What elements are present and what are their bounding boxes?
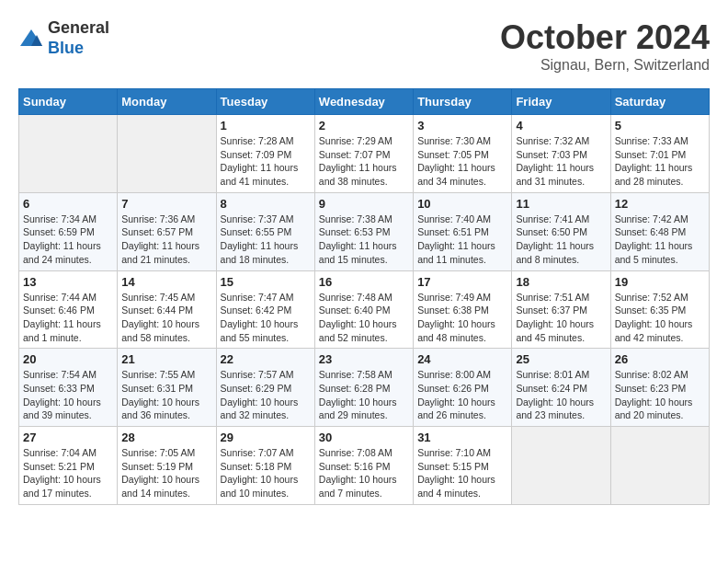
calendar-week-1: 1Sunrise: 7:28 AMSunset: 7:09 PMDaylight… — [19, 115, 710, 193]
day-number: 19 — [615, 275, 705, 289]
calendar-week-5: 27Sunrise: 7:04 AMSunset: 5:21 PMDayligh… — [19, 427, 710, 505]
day-number: 17 — [417, 275, 507, 289]
day-info: Sunrise: 7:38 AMSunset: 6:53 PMDaylight:… — [319, 213, 397, 265]
day-info: Sunrise: 7:47 AMSunset: 6:42 PMDaylight:… — [221, 292, 299, 343]
calendar-cell: 1Sunrise: 7:28 AMSunset: 7:09 PMDaylight… — [216, 115, 314, 193]
day-number: 24 — [417, 352, 507, 366]
day-info: Sunrise: 7:41 AMSunset: 6:50 PMDaylight:… — [516, 213, 594, 265]
day-info: Sunrise: 7:28 AMSunset: 7:09 PMDaylight:… — [221, 135, 299, 187]
calendar-cell: 23Sunrise: 7:58 AMSunset: 6:28 PMDayligh… — [314, 349, 413, 427]
day-info: Sunrise: 7:40 AMSunset: 6:51 PMDaylight:… — [417, 213, 495, 265]
calendar-week-3: 13Sunrise: 7:44 AMSunset: 6:46 PMDayligh… — [19, 270, 710, 349]
day-number: 3 — [417, 119, 507, 132]
weekday-header-sunday: Sunday — [19, 89, 118, 115]
day-number: 9 — [319, 197, 409, 211]
day-info: Sunrise: 7:57 AMSunset: 6:29 PMDaylight:… — [221, 369, 299, 420]
day-number: 20 — [23, 352, 113, 366]
location: Signau, Bern, Switzerland — [500, 57, 710, 74]
day-number: 5 — [615, 119, 705, 132]
calendar-cell — [118, 115, 216, 193]
calendar-cell: 25Sunrise: 8:01 AMSunset: 6:24 PMDayligh… — [512, 349, 610, 427]
calendar-table: SundayMondayTuesdayWednesdayThursdayFrid… — [18, 88, 710, 505]
calendar-cell: 3Sunrise: 7:30 AMSunset: 7:05 PMDaylight… — [414, 115, 512, 193]
calendar-cell — [512, 427, 610, 505]
calendar-cell: 24Sunrise: 8:00 AMSunset: 6:26 PMDayligh… — [414, 349, 512, 427]
day-info: Sunrise: 7:55 AMSunset: 6:31 PMDaylight:… — [121, 369, 199, 420]
day-info: Sunrise: 7:45 AMSunset: 6:44 PMDaylight:… — [121, 292, 199, 343]
day-number: 2 — [319, 119, 409, 132]
day-number: 28 — [121, 431, 211, 444]
calendar-cell: 9Sunrise: 7:38 AMSunset: 6:53 PMDaylight… — [314, 192, 413, 270]
day-number: 18 — [516, 275, 606, 289]
day-number: 26 — [615, 352, 705, 366]
calendar-cell — [610, 427, 709, 505]
weekday-header-monday: Monday — [118, 89, 216, 115]
weekday-header-thursday: Thursday — [414, 89, 512, 115]
calendar-cell: 20Sunrise: 7:54 AMSunset: 6:33 PMDayligh… — [19, 349, 118, 427]
day-info: Sunrise: 7:04 AMSunset: 5:21 PMDaylight:… — [23, 447, 101, 499]
day-info: Sunrise: 7:48 AMSunset: 6:40 PMDaylight:… — [319, 292, 397, 343]
calendar-week-4: 20Sunrise: 7:54 AMSunset: 6:33 PMDayligh… — [19, 349, 710, 427]
calendar-cell: 28Sunrise: 7:05 AMSunset: 5:19 PMDayligh… — [118, 427, 216, 505]
logo: General Blue — [18, 18, 109, 58]
day-info: Sunrise: 7:10 AMSunset: 5:15 PMDaylight:… — [417, 447, 495, 499]
day-info: Sunrise: 7:29 AMSunset: 7:07 PMDaylight:… — [319, 135, 397, 187]
logo-icon — [18, 28, 44, 50]
day-number: 1 — [221, 119, 311, 132]
calendar-cell: 5Sunrise: 7:33 AMSunset: 7:01 PMDaylight… — [610, 115, 709, 193]
calendar-cell: 14Sunrise: 7:45 AMSunset: 6:44 PMDayligh… — [118, 270, 216, 349]
day-number: 31 — [417, 431, 507, 444]
day-info: Sunrise: 8:00 AMSunset: 6:26 PMDaylight:… — [417, 369, 495, 420]
calendar-cell: 31Sunrise: 7:10 AMSunset: 5:15 PMDayligh… — [414, 427, 512, 505]
day-info: Sunrise: 7:54 AMSunset: 6:33 PMDaylight:… — [23, 369, 101, 420]
day-number: 22 — [221, 352, 311, 366]
calendar-cell: 21Sunrise: 7:55 AMSunset: 6:31 PMDayligh… — [118, 349, 216, 427]
calendar-cell: 4Sunrise: 7:32 AMSunset: 7:03 PMDaylight… — [512, 115, 610, 193]
calendar-cell: 6Sunrise: 7:34 AMSunset: 6:59 PMDaylight… — [19, 192, 118, 270]
day-number: 11 — [516, 197, 606, 211]
weekday-header-saturday: Saturday — [610, 89, 709, 115]
day-number: 14 — [121, 275, 211, 289]
calendar-header: SundayMondayTuesdayWednesdayThursdayFrid… — [19, 89, 710, 115]
day-number: 29 — [221, 431, 311, 444]
day-number: 4 — [516, 119, 606, 132]
day-number: 15 — [221, 275, 311, 289]
day-number: 16 — [319, 275, 409, 289]
day-info: Sunrise: 7:30 AMSunset: 7:05 PMDaylight:… — [417, 135, 495, 187]
day-number: 13 — [23, 275, 113, 289]
day-number: 21 — [121, 352, 211, 366]
calendar-week-2: 6Sunrise: 7:34 AMSunset: 6:59 PMDaylight… — [19, 192, 710, 270]
day-info: Sunrise: 7:08 AMSunset: 5:16 PMDaylight:… — [319, 447, 397, 499]
calendar-cell: 15Sunrise: 7:47 AMSunset: 6:42 PMDayligh… — [216, 270, 314, 349]
calendar-cell: 12Sunrise: 7:42 AMSunset: 6:48 PMDayligh… — [610, 192, 709, 270]
day-number: 8 — [221, 197, 311, 211]
calendar-cell: 27Sunrise: 7:04 AMSunset: 5:21 PMDayligh… — [19, 427, 118, 505]
calendar-cell: 19Sunrise: 7:52 AMSunset: 6:35 PMDayligh… — [610, 270, 709, 349]
calendar-cell: 10Sunrise: 7:40 AMSunset: 6:51 PMDayligh… — [414, 192, 512, 270]
day-number: 7 — [121, 197, 211, 211]
calendar-cell: 11Sunrise: 7:41 AMSunset: 6:50 PMDayligh… — [512, 192, 610, 270]
logo-general: General — [48, 18, 109, 37]
calendar-cell: 30Sunrise: 7:08 AMSunset: 5:16 PMDayligh… — [314, 427, 413, 505]
day-info: Sunrise: 7:32 AMSunset: 7:03 PMDaylight:… — [516, 135, 594, 187]
calendar-cell: 18Sunrise: 7:51 AMSunset: 6:37 PMDayligh… — [512, 270, 610, 349]
calendar-cell: 26Sunrise: 8:02 AMSunset: 6:23 PMDayligh… — [610, 349, 709, 427]
day-info: Sunrise: 7:44 AMSunset: 6:46 PMDaylight:… — [23, 292, 101, 343]
day-info: Sunrise: 7:34 AMSunset: 6:59 PMDaylight:… — [23, 213, 101, 265]
calendar-cell: 17Sunrise: 7:49 AMSunset: 6:38 PMDayligh… — [414, 270, 512, 349]
day-info: Sunrise: 7:49 AMSunset: 6:38 PMDaylight:… — [417, 292, 495, 343]
day-number: 10 — [417, 197, 507, 211]
calendar-cell: 16Sunrise: 7:48 AMSunset: 6:40 PMDayligh… — [314, 270, 413, 349]
day-number: 25 — [516, 352, 606, 366]
day-info: Sunrise: 8:02 AMSunset: 6:23 PMDaylight:… — [615, 369, 693, 420]
month-title: October 2024 — [500, 18, 710, 57]
weekday-header-friday: Friday — [512, 89, 610, 115]
day-number: 23 — [319, 352, 409, 366]
day-info: Sunrise: 7:42 AMSunset: 6:48 PMDaylight:… — [615, 213, 693, 265]
day-info: Sunrise: 7:51 AMSunset: 6:37 PMDaylight:… — [516, 292, 594, 343]
page-header: General Blue October 2024 Signau, Bern, … — [18, 18, 710, 74]
day-number: 6 — [23, 197, 113, 211]
day-info: Sunrise: 7:33 AMSunset: 7:01 PMDaylight:… — [615, 135, 693, 187]
day-info: Sunrise: 8:01 AMSunset: 6:24 PMDaylight:… — [516, 369, 594, 420]
calendar-cell: 29Sunrise: 7:07 AMSunset: 5:18 PMDayligh… — [216, 427, 314, 505]
